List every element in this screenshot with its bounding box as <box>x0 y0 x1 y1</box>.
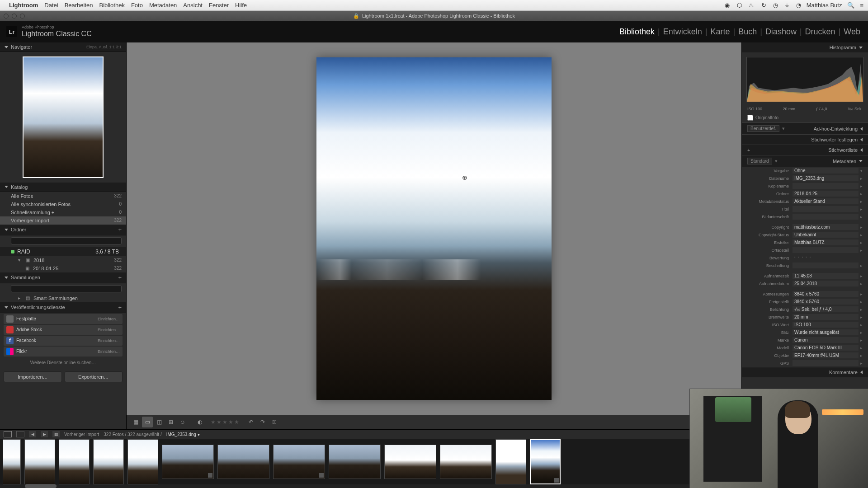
thumbnail[interactable] <box>495 439 526 484</box>
add-keyword-icon[interactable]: + <box>747 147 750 153</box>
metadata-action-icon[interactable]: ▸ <box>859 330 863 335</box>
metadata-value[interactable]: Wurde nicht ausgelöst <box>793 329 859 335</box>
menu-bibliothek[interactable]: Bibliothek <box>99 2 125 9</box>
publish-harddrive[interactable]: FestplatteEinrichten… <box>4 314 123 324</box>
filmstrip-source[interactable]: Vorheriger Import <box>64 432 99 437</box>
metadata-action-icon[interactable]: ▸ <box>859 207 863 211</box>
module-drucken[interactable]: Drucken <box>804 27 837 37</box>
menu-fenster[interactable]: Fenster <box>209 2 229 9</box>
module-diashow[interactable]: Diashow <box>764 27 798 37</box>
metadata-value[interactable]: 3840 x 5760 <box>793 291 859 297</box>
metadata-action-icon[interactable]: ▸ <box>859 176 863 181</box>
publish-adobestock[interactable]: Adobe StockEinrichten… <box>4 325 123 335</box>
metadata-action-icon[interactable]: ▸ <box>859 199 863 204</box>
thumbnail[interactable] <box>59 439 90 484</box>
menu-foto[interactable]: Foto <box>131 2 143 9</box>
metadata-value[interactable]: IMG_2353.dng <box>793 175 859 181</box>
second-display-icon[interactable] <box>16 431 24 437</box>
metadata-action-icon[interactable]: ▸ <box>859 225 863 230</box>
keywordlist-title[interactable]: Stichwortliste <box>828 147 858 153</box>
zoom-icon[interactable] <box>20 14 25 19</box>
module-web[interactable]: Web <box>842 27 862 37</box>
metadata-title[interactable]: Metadaten <box>833 159 856 164</box>
publish-flickr[interactable]: FlickrEinrichten… <box>4 347 123 357</box>
navigator-header[interactable]: Navigator Einpa. Ausf. 1:1 3:1 <box>0 42 126 52</box>
module-karte[interactable]: Karte <box>709 27 731 37</box>
clock-icon[interactable]: ◔ <box>796 2 801 9</box>
metadata-value[interactable] <box>793 206 859 212</box>
metadata-action-icon[interactable]: ▸ <box>859 240 863 245</box>
menu-bearbeiten[interactable]: Bearbeiten <box>65 2 93 9</box>
metadata-value[interactable]: Canon EOS 5D Mark III <box>793 345 859 351</box>
histogram[interactable] <box>746 57 863 102</box>
traffic-lights[interactable] <box>4 14 25 19</box>
menu-ansicht[interactable]: Ansicht <box>183 2 203 9</box>
collections-header[interactable]: Sammlungen+ <box>0 272 126 283</box>
metadata-value[interactable]: Matthias BUTZ <box>793 239 859 245</box>
metadata-action-icon[interactable]: ▸ <box>859 292 863 296</box>
sync-icon[interactable]: ↻ <box>761 2 766 9</box>
folder-2018-04-25[interactable]: ▣2018-04-25322 <box>0 264 126 272</box>
publish-facebook[interactable]: fFacebookEinrichten… <box>4 336 123 346</box>
catalog-synced-photos[interactable]: Alle synchronisierten Fotos0 <box>0 200 126 208</box>
metadata-action-icon[interactable]: ▸ <box>859 361 863 366</box>
nav-forward-button[interactable]: ▶ <box>41 431 48 437</box>
navigator-preview[interactable] <box>0 52 126 183</box>
main-display-icon[interactable] <box>4 431 12 437</box>
thumbnail[interactable] <box>3 439 21 484</box>
folder-filter-input[interactable] <box>11 237 122 244</box>
thumbnail[interactable] <box>24 439 55 484</box>
metadata-preset-field[interactable]: Ohne <box>793 168 859 174</box>
metadata-preset-dropdown[interactable]: Standard <box>747 158 772 164</box>
module-bibliothek[interactable]: Bibliothek <box>618 27 656 37</box>
smart-collections[interactable]: ▸▤Smart-Sammlungen <box>0 294 126 302</box>
slideshow-button[interactable]: ▶⃞ <box>269 417 280 427</box>
menu-hilfe[interactable]: Hilfe <box>235 2 247 9</box>
catalog-previous-import[interactable]: Vorheriger Import322 <box>0 216 126 225</box>
menu-datei[interactable]: Datei <box>44 2 58 9</box>
catalog-header[interactable]: Katalog <box>0 183 126 192</box>
metadata-action-icon[interactable]: ▸ <box>859 248 863 253</box>
metadata-value[interactable] <box>793 183 859 189</box>
metadata-value[interactable] <box>793 247 859 253</box>
folder-2018[interactable]: ▾▣2018322 <box>0 256 126 264</box>
quickdev-title[interactable]: Ad-hoc-Entwicklung <box>814 126 858 131</box>
metadata-action-icon[interactable]: ▸ <box>859 184 863 188</box>
rating-stars[interactable]: ★★★★★ <box>211 419 239 425</box>
comments-title[interactable]: Kommentare <box>829 370 858 375</box>
thumbnail[interactable] <box>217 445 269 479</box>
painter-tool[interactable]: ◐ <box>194 417 205 427</box>
thumbnail[interactable] <box>127 439 158 484</box>
metadata-value[interactable]: ¹⁄₆₀ Sek. bei ƒ / 4,0 <box>793 306 859 312</box>
metadata-value[interactable]: 2018-04-25 <box>793 191 859 197</box>
metadata-value[interactable] <box>793 263 859 268</box>
metadata-action-icon[interactable]: ▸ <box>859 353 863 358</box>
survey-view-button[interactable]: ⊞ <box>165 417 176 427</box>
metadata-value[interactable]: EF17-40mm f/4L USM <box>793 352 859 358</box>
metadata-value[interactable]: Aktueller Stand <box>793 198 859 204</box>
app-menu[interactable]: Lightroom <box>9 2 38 9</box>
metadata-action-icon[interactable]: ▸ <box>859 274 863 278</box>
thumbnail[interactable] <box>162 445 214 479</box>
collection-filter-input[interactable] <box>11 285 122 292</box>
cc-icon[interactable]: ◉ <box>725 2 730 9</box>
metadata-value[interactable] <box>793 214 859 220</box>
metadata-action-icon[interactable]: ▸ <box>859 323 863 327</box>
catalog-quick-collection[interactable]: Schnellsammlung +0 <box>0 208 126 216</box>
metadata-action-icon[interactable]: ▸ <box>859 282 863 286</box>
volume-raid[interactable]: RAID3,6 / 8 TB <box>0 247 126 256</box>
original-photo-checkbox[interactable]: Originalfoto <box>742 113 868 122</box>
compare-view-button[interactable]: ◫ <box>154 417 165 427</box>
dropbox-icon[interactable]: ⬡ <box>737 2 742 9</box>
user-menu[interactable]: Matthias Butz <box>807 2 842 9</box>
metadata-action-icon[interactable]: ▸ <box>859 307 863 312</box>
add-collection-icon[interactable]: + <box>118 274 122 281</box>
keywording-title[interactable]: Stichwörter festlegen <box>811 137 858 142</box>
thumbnail[interactable] <box>440 445 492 479</box>
metadata-action-icon[interactable]: ▸ <box>859 192 863 196</box>
metadata-action-icon[interactable]: ▸ <box>859 315 863 319</box>
main-photo[interactable]: ⊕ <box>316 57 552 400</box>
metadata-value[interactable]: 25.04.2018 <box>793 281 859 286</box>
metadata-value[interactable]: 11:45:08 <box>793 273 859 279</box>
notifications-icon[interactable]: ≡ <box>860 2 863 9</box>
